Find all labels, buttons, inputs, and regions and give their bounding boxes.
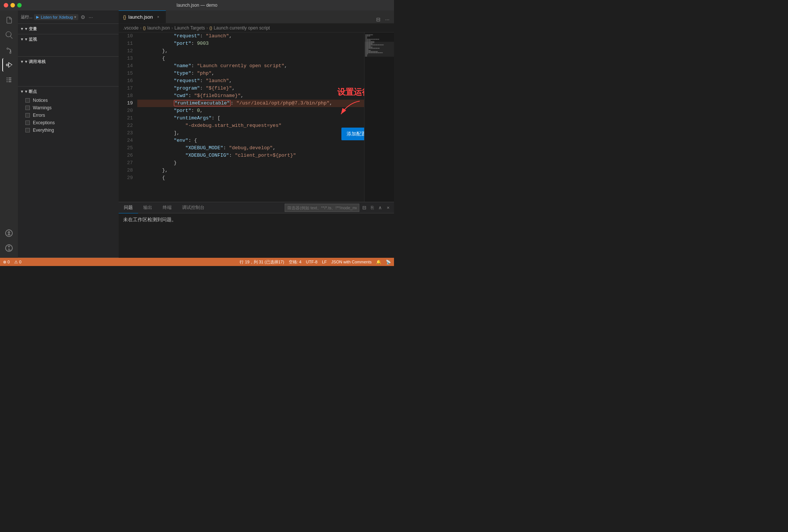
code-line-20: "port": 0, bbox=[137, 107, 364, 115]
settings-icon[interactable] bbox=[2, 241, 16, 255]
tab-label: launch.json bbox=[128, 14, 153, 20]
close-panel-button[interactable]: × bbox=[385, 204, 391, 211]
breakpoint-notices: Notices bbox=[18, 97, 119, 104]
close-button[interactable] bbox=[4, 3, 8, 7]
breadcrumb-open-script[interactable]: Launch currently open script bbox=[214, 25, 270, 31]
run-label: 运行... bbox=[21, 14, 32, 20]
filter-icon[interactable]: ⊟ bbox=[361, 204, 368, 211]
status-line-ending[interactable]: LF bbox=[322, 260, 327, 264]
warnings-checkbox[interactable] bbox=[25, 106, 30, 110]
everything-checkbox[interactable] bbox=[25, 128, 30, 132]
code-line-29: { bbox=[137, 174, 364, 182]
code-content[interactable]: "request": "launch", "port": 9003 }, { "… bbox=[137, 32, 364, 202]
variables-section: ▾ ▾ 变量 bbox=[18, 24, 119, 34]
minimap-highlight bbox=[365, 42, 394, 57]
code-line-15: "type": "php", bbox=[137, 70, 364, 77]
account-icon[interactable] bbox=[2, 226, 16, 240]
breadcrumb-file[interactable]: launch.json bbox=[147, 25, 170, 31]
errors-checkbox[interactable] bbox=[25, 113, 30, 118]
status-bar-right: 行 19，列 31 (已选择17) 空格: 4 UTF-8 LF JSON wi… bbox=[240, 259, 391, 265]
code-line-11: "port": 9003 bbox=[137, 40, 364, 47]
broadcast-icon[interactable]: 📡 bbox=[386, 260, 391, 265]
listen-button[interactable]: ▶ Listen for Xdebug ▾ bbox=[34, 14, 78, 20]
sidebar-item-source-control[interactable] bbox=[2, 43, 16, 57]
app: 运行... ▶ Listen for Xdebug ▾ ⚙ ··· ▾ ▾ 变量 bbox=[0, 10, 394, 266]
debug-more-button[interactable]: ··· bbox=[88, 13, 94, 21]
callstack-header[interactable]: ▾ ▾ 调用堆栈 bbox=[18, 57, 119, 67]
chevron-down-icon: ▾ bbox=[74, 15, 76, 19]
watch-label: ▾ 监视 bbox=[25, 37, 37, 42]
status-bar: ⊗ 0 ⚠ 0 行 19，列 31 (已选择17) 空格: 4 UTF-8 LF… bbox=[0, 258, 394, 266]
variables-label: ▾ 变量 bbox=[25, 26, 37, 32]
code-editor[interactable]: 10 11 12 13 14 15 16 17 18 19 20 21 22 2… bbox=[119, 32, 394, 202]
sidebar-item-run[interactable] bbox=[2, 58, 16, 72]
breakpoints-section: ▾ ▾ 断点 Notices Warnings Errors Exc bbox=[18, 87, 119, 258]
breadcrumb-vscode[interactable]: .vscode bbox=[123, 25, 138, 31]
status-position[interactable]: 行 19，列 31 (已选择17) bbox=[240, 259, 284, 265]
breakpoints-label: ▾ 断点 bbox=[25, 89, 37, 94]
breakpoint-everything: Everything bbox=[18, 126, 119, 134]
split-editor-button[interactable]: ⊟ bbox=[375, 16, 382, 23]
panel-tab-terminal[interactable]: 终端 bbox=[157, 202, 177, 213]
more-actions-button[interactable]: ··· bbox=[384, 16, 391, 23]
code-line-10: "request": "launch", bbox=[137, 32, 364, 40]
code-line-21: "runtimeArgs": [ bbox=[137, 115, 364, 122]
line-numbers: 10 11 12 13 14 15 16 17 18 19 20 21 22 2… bbox=[119, 32, 137, 202]
watch-arrow: ▾ bbox=[21, 37, 24, 42]
sidebar-item-explorer[interactable] bbox=[2, 13, 16, 27]
code-line-23: ], bbox=[137, 129, 364, 137]
breadcrumb-launch-targets[interactable]: Launch Targets bbox=[174, 25, 205, 31]
panel-tab-debug-console[interactable]: 调试控制台 bbox=[177, 202, 210, 213]
breakpoint-errors: Errors bbox=[18, 112, 119, 119]
exceptions-checkbox[interactable] bbox=[25, 121, 30, 125]
maximize-button[interactable] bbox=[17, 3, 22, 7]
breadcrumb: .vscode › {} launch.json › Launch Target… bbox=[119, 24, 394, 32]
listen-label: Listen for Xdebug bbox=[41, 15, 73, 19]
tab-close-button[interactable]: × bbox=[155, 14, 161, 20]
notices-checkbox[interactable] bbox=[25, 98, 30, 103]
sidebar-item-extensions[interactable] bbox=[2, 73, 16, 87]
window-title: launch.json — demo bbox=[176, 3, 217, 8]
variables-header[interactable]: ▾ ▾ 变量 bbox=[18, 24, 119, 34]
status-spaces[interactable]: 空格: 4 bbox=[289, 259, 301, 265]
copy-icon[interactable]: ⎘ bbox=[369, 204, 375, 211]
exceptions-label: Exceptions bbox=[33, 120, 55, 125]
collapse-icon[interactable]: ∧ bbox=[377, 204, 384, 211]
sidebar: 运行... ▶ Listen for Xdebug ▾ ⚙ ··· ▾ ▾ 变量 bbox=[18, 10, 119, 258]
errors-label: Errors bbox=[33, 113, 45, 118]
main-row: 运行... ▶ Listen for Xdebug ▾ ⚙ ··· ▾ ▾ 变量 bbox=[0, 10, 394, 258]
code-line-14: "name": "Launch currently open script", bbox=[137, 62, 364, 70]
code-line-27: } bbox=[137, 159, 364, 167]
status-encoding[interactable]: UTF-8 bbox=[306, 260, 318, 264]
minimize-button[interactable] bbox=[10, 3, 15, 7]
titlebar: launch.json — demo bbox=[0, 0, 394, 10]
debug-gear-button[interactable]: ⚙ bbox=[80, 13, 86, 21]
panel-tab-output[interactable]: 输出 bbox=[138, 202, 157, 213]
play-icon: ▶ bbox=[36, 15, 39, 19]
panel-content: 未在工作区检测到问题。 bbox=[119, 213, 394, 258]
code-line-13: { bbox=[137, 55, 364, 62]
tab-actions: ⊟ ··· bbox=[375, 16, 394, 23]
breakpoints-header[interactable]: ▾ ▾ 断点 bbox=[18, 87, 119, 97]
panel-toolbar: ⊟ ⎘ ∧ × bbox=[285, 204, 394, 212]
filter-input[interactable] bbox=[285, 204, 359, 212]
status-errors[interactable]: ⊗ 0 bbox=[3, 260, 10, 265]
editor-tab-launch-json[interactable]: {} launch.json × bbox=[119, 10, 166, 23]
status-warnings[interactable]: ⚠ 0 bbox=[14, 260, 21, 265]
activity-bar bbox=[0, 10, 18, 258]
debug-toolbar: 运行... ▶ Listen for Xdebug ▾ ⚙ ··· bbox=[18, 10, 119, 24]
warnings-label: Warnings bbox=[33, 105, 51, 110]
callstack-label: ▾ 调用堆栈 bbox=[25, 59, 46, 65]
svg-point-0 bbox=[6, 64, 8, 66]
code-line-18: "cwd": "${fileDirname}", bbox=[137, 92, 364, 100]
breakpoint-exceptions: Exceptions bbox=[18, 119, 119, 126]
sidebar-item-search[interactable] bbox=[2, 28, 16, 42]
watch-header[interactable]: ▾ ▾ 监视 bbox=[18, 34, 119, 44]
panel-tab-problems[interactable]: 问题 bbox=[119, 202, 138, 213]
notification-icon[interactable]: 🔔 bbox=[376, 260, 381, 265]
panel-tabs: 问题 输出 终端 调试控制台 ⊟ ⎘ ∧ bbox=[119, 202, 394, 213]
callstack-section: ▾ ▾ 调用堆栈 bbox=[18, 57, 119, 87]
code-line-24: "env": { bbox=[137, 137, 364, 144]
notices-label: Notices bbox=[33, 98, 48, 103]
status-language[interactable]: JSON with Comments bbox=[331, 260, 372, 264]
